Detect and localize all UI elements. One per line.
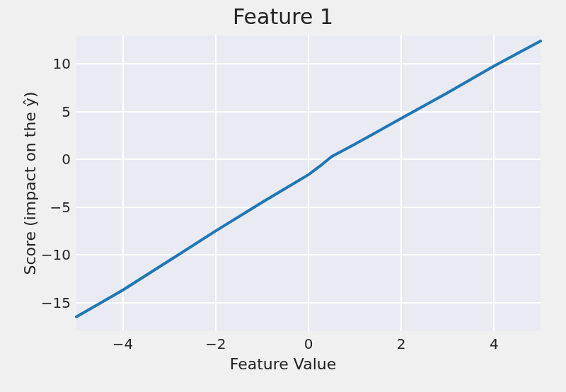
y-tick-label: 10 <box>53 55 71 72</box>
x-tick-label: −4 <box>109 335 137 352</box>
data-series-line <box>76 41 541 317</box>
x-axis-label: Feature Value <box>0 355 566 373</box>
y-axis-label: Score (impact on the ŷ) <box>21 78 39 289</box>
y-tick-label: −10 <box>41 246 71 263</box>
line-svg <box>76 35 541 331</box>
y-tick-label: 0 <box>62 151 71 168</box>
x-tick-label: 4 <box>480 335 508 352</box>
x-tick-label: 0 <box>294 335 323 352</box>
chart-title: Feature 1 <box>0 4 566 29</box>
y-tick-label: −5 <box>50 199 71 216</box>
y-tick-label: 5 <box>62 103 71 120</box>
x-tick-label: −2 <box>202 335 230 352</box>
chart-canvas: Feature 1 Feature Value Score (impact on… <box>0 0 566 392</box>
x-tick-label: 2 <box>387 335 415 352</box>
plot-area <box>76 35 541 331</box>
y-tick-label: −15 <box>41 294 71 311</box>
